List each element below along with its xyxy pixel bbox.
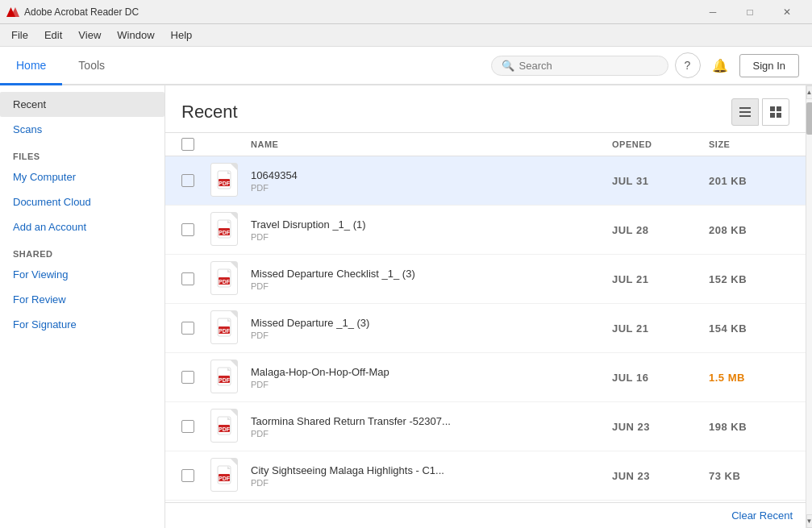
sidebar-item-add-account[interactable]: Add an Account — [0, 214, 164, 239]
file-checkbox-3[interactable] — [181, 322, 194, 335]
content-area: Recent — [165, 85, 806, 528]
file-opened: Jul 21 — [612, 273, 709, 285]
app-title: Adobe Acrobat Reader DC — [24, 6, 694, 18]
svg-text:PDF: PDF — [219, 377, 231, 383]
file-size: 208 KB — [709, 224, 789, 236]
file-row[interactable]: PDF Missed Departure _1_ (3) PDF Jul 21 … — [165, 304, 806, 353]
pdf-file-icon: PDF — [216, 367, 232, 386]
pdf-file-icon: PDF — [216, 219, 232, 239]
grid-view-button[interactable] — [762, 98, 789, 126]
search-input[interactable] — [519, 60, 658, 72]
file-name: Taormina Shared Return Transfer -52307..… — [251, 415, 612, 427]
sidebar-section-shared: SHARED — [0, 239, 164, 262]
search-box: 🔍 — [491, 56, 668, 76]
sidebar-item-my-computer[interactable]: My Computer — [0, 164, 164, 189]
list-view-button[interactable] — [731, 98, 759, 126]
file-name-cell: Taormina Shared Return Transfer -52307..… — [251, 415, 612, 439]
file-list: PDF 10649354 PDF Jul 31 201 KB — [165, 156, 806, 502]
navbar-right: 🔍 ? 🔔 Sign In — [491, 52, 812, 78]
sidebar-item-recent[interactable]: Recent — [0, 92, 164, 117]
col-size-header: SIZE — [709, 139, 789, 149]
file-opened: Jun 23 — [612, 470, 709, 482]
svg-rect-7 — [770, 113, 775, 118]
menu-help[interactable]: Help — [163, 26, 201, 44]
svg-rect-3 — [739, 111, 751, 113]
file-checkbox-0[interactable] — [181, 174, 194, 187]
file-row[interactable]: PDF Travel Disruption _1_ (1) PDF Jul 28… — [165, 206, 806, 255]
sidebar-item-scans[interactable]: Scans — [0, 117, 164, 142]
file-type: PDF — [251, 478, 612, 488]
file-checkbox-2[interactable] — [181, 272, 194, 285]
nav-tabs: Home Tools — [0, 47, 121, 84]
svg-rect-4 — [739, 115, 751, 117]
svg-text:PDF: PDF — [219, 279, 231, 285]
sidebar-section-files: FILES — [0, 142, 164, 164]
search-icon: 🔍 — [502, 60, 514, 72]
view-toggles — [731, 98, 789, 126]
col-name-header: NAME — [251, 139, 612, 149]
sidebar-item-document-cloud[interactable]: Document Cloud — [0, 189, 164, 214]
file-list-header: NAME OPENED SIZE — [165, 132, 806, 156]
file-row[interactable]: PDF Missed Departure Checklist _1_ (3) P… — [165, 255, 806, 304]
menu-window[interactable]: Window — [109, 26, 162, 44]
file-row[interactable]: PDF Malaga-Hop-On-Hop-Off-Map PDF Jul 16… — [165, 353, 806, 402]
file-size: 152 KB — [709, 273, 789, 285]
sidebar-item-for-signature[interactable]: For Signature — [0, 312, 164, 337]
svg-text:PDF: PDF — [219, 230, 231, 235]
content-header: Recent — [165, 85, 806, 132]
close-button[interactable]: ✕ — [768, 0, 806, 24]
pdf-icon: PDF — [210, 360, 239, 395]
file-checkbox-5[interactable] — [181, 420, 194, 433]
svg-text:PDF: PDF — [219, 328, 231, 334]
tab-tools[interactable]: Tools — [62, 47, 121, 85]
scroll-down-arrow[interactable]: ▼ — [806, 514, 813, 528]
svg-rect-5 — [770, 106, 775, 111]
file-opened: Jul 28 — [612, 224, 709, 236]
menu-edit[interactable]: Edit — [36, 26, 70, 44]
file-name-cell: City Sightseeing Malaga Highlights - C1.… — [251, 464, 612, 488]
pdf-icon: PDF — [210, 409, 239, 444]
svg-rect-2 — [739, 107, 751, 109]
pdf-icon: PDF — [210, 458, 239, 493]
file-checkbox-4[interactable] — [181, 371, 194, 384]
file-name: 10649354 — [251, 169, 612, 181]
scroll-up-arrow[interactable]: ▲ — [806, 85, 813, 99]
pdf-file-icon: PDF — [216, 416, 232, 435]
file-name: Missed Departure _1_ (3) — [251, 317, 612, 329]
col-opened-header: OPENED — [612, 139, 709, 149]
adobe-icon — [6, 6, 19, 19]
tab-home[interactable]: Home — [0, 47, 62, 85]
sidebar-item-for-review[interactable]: For Review — [0, 287, 164, 312]
file-type: PDF — [251, 183, 612, 193]
sign-in-button[interactable]: Sign In — [739, 54, 799, 77]
file-size: 1.5 MB — [709, 372, 789, 384]
clear-recent-button[interactable]: Clear Recent — [731, 509, 793, 522]
pdf-file-icon: PDF — [216, 268, 232, 288]
minimize-button[interactable]: ─ — [694, 0, 731, 24]
help-button[interactable]: ? — [675, 52, 701, 78]
file-name: City Sightseeing Malaga Highlights - C1.… — [251, 464, 612, 476]
file-row[interactable]: PDF 10649354 PDF Jul 31 201 KB — [165, 156, 806, 206]
file-name-cell: 10649354 PDF — [251, 169, 612, 193]
pdf-icon: PDF — [210, 261, 239, 297]
file-checkbox-6[interactable] — [181, 469, 194, 482]
pdf-file-icon: PDF — [216, 170, 232, 189]
scroll-thumb[interactable] — [806, 102, 813, 135]
titlebar: Adobe Acrobat Reader DC ─ □ ✕ — [0, 0, 812, 24]
file-type: PDF — [251, 380, 612, 389]
sidebar-item-for-viewing[interactable]: For Viewing — [0, 262, 164, 287]
file-checkbox-1[interactable] — [181, 223, 194, 236]
menu-file[interactable]: File — [3, 26, 36, 44]
sidebar: Recent Scans FILES My Computer Document … — [0, 85, 165, 528]
svg-rect-6 — [777, 106, 781, 111]
menu-view[interactable]: View — [70, 26, 109, 44]
page-title: Recent — [181, 102, 238, 123]
list-view-icon — [738, 105, 752, 119]
select-all-checkbox[interactable] — [181, 138, 194, 151]
file-row[interactable]: PDF Taormina Shared Return Transfer -523… — [165, 402, 806, 451]
file-row[interactable]: PDF City Sightseeing Malaga Highlights -… — [165, 451, 806, 501]
notifications-button[interactable]: 🔔 — [707, 52, 733, 78]
pdf-file-icon: PDF — [216, 465, 232, 484]
grid-view-icon — [768, 105, 783, 119]
maximize-button[interactable]: □ — [731, 0, 768, 24]
